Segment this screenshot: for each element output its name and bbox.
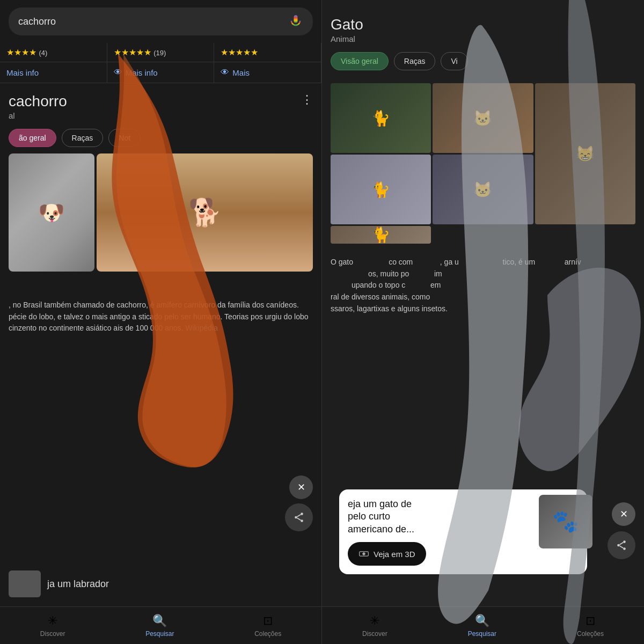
stars-3: ★★★★★: [221, 48, 258, 57]
svg-line-11: [620, 546, 624, 548]
cat-cell-1: 🐈: [331, 83, 431, 153]
entity-subtitle-right: Animal: [331, 34, 363, 43]
svg-line-10: [620, 543, 624, 545]
3d-icon: [358, 548, 369, 559]
svg-point-1: [301, 513, 303, 515]
star-count-1: (4): [39, 49, 47, 57]
pug-img-content: 🐶: [9, 153, 94, 272]
tab-vi-right[interactable]: Vi: [441, 52, 467, 70]
eye-icon-2: 👁: [221, 68, 229, 77]
tab-visao-geral-right[interactable]: Visão geral: [331, 52, 389, 70]
cat-img-4: 🐱: [433, 155, 533, 224]
nav-colecoes-left[interactable]: ⊡ Coleções: [254, 614, 281, 638]
star-count-2: (19): [153, 49, 166, 57]
sitting-dog-content: 🐕: [97, 153, 313, 272]
right-panel: Gato Animal Visão geral Raças Vi 🐈 🐱 🐈 🐱…: [322, 0, 644, 644]
tab-label-r1: Visão geral: [341, 57, 378, 65]
close-button-right[interactable]: ✕: [612, 502, 635, 526]
nav-discover-left[interactable]: ✳ Discover: [40, 614, 65, 638]
pesquisar-label-right: Pesquisar: [468, 630, 496, 638]
tab-not-left[interactable]: Not: [108, 129, 141, 147]
nav-pesquisar-right[interactable]: 🔍 Pesquisar: [468, 614, 496, 638]
colecoes-icon-left: ⊡: [263, 614, 273, 628]
tab-label-r3: Vi: [451, 57, 457, 65]
mais-info-label-3: Mais: [232, 68, 250, 77]
cat-img-5: 🐈: [331, 226, 431, 244]
close-button-left[interactable]: ✕: [289, 475, 313, 499]
close-icon-left: ✕: [297, 481, 305, 493]
share-icon-left: [293, 511, 305, 523]
mic-icon[interactable]: [288, 14, 303, 29]
veja-popup-right: eja um gato depelo curtoamericano de... …: [339, 489, 587, 574]
cat-cell-2: 🐱: [433, 83, 533, 153]
cat-desc-text: O gato co com , ga u tico, é um arnív os…: [331, 258, 581, 313]
more-options-btn[interactable]: ⋮: [301, 93, 313, 107]
entity-header-right: Gato Animal: [322, 0, 644, 48]
cat-cell-5: 🐈: [331, 226, 431, 244]
svg-line-5: [297, 518, 301, 520]
cat-img-large: 😸: [535, 83, 635, 224]
close-icon-right: ✕: [620, 508, 628, 520]
nav-colecoes-right[interactable]: ⊡ Coleções: [577, 614, 604, 638]
discover-icon-left: ✳: [48, 614, 57, 628]
dog-desc-text: , no Brasil também chamado de cachorro, …: [9, 301, 309, 332]
svg-point-3: [301, 519, 303, 522]
nav-pesquisar-left[interactable]: 🔍 Pesquisar: [145, 614, 174, 638]
svg-point-7: [623, 540, 626, 543]
cat-cell-4: 🐱: [433, 155, 533, 224]
dog-images-container: 🐶 🐕: [0, 153, 321, 293]
popup-cat-thumbnail: 🐾: [539, 495, 592, 548]
labrador-thumbnail: [9, 570, 41, 597]
bottom-nav-right: ✳ Discover 🔍 Pesquisar ⊡ Coleções: [322, 606, 644, 644]
discover-icon-right: ✳: [370, 614, 379, 628]
star-card-1: ★★★★ (4): [0, 43, 107, 62]
veja-3d-button[interactable]: Veja em 3D: [348, 542, 426, 566]
star-card-3: ★★★★★: [214, 43, 321, 62]
eye-icon-1: 👁: [114, 68, 122, 77]
cat-cell-large: 😸: [535, 83, 635, 224]
share-button-right[interactable]: [608, 531, 635, 559]
stars-1: ★★★★: [6, 48, 36, 57]
tab-racas-left[interactable]: Raças: [62, 129, 104, 147]
mais-info-btn-2[interactable]: 👁 Mais info: [107, 62, 215, 83]
share-icon-right: [616, 539, 627, 551]
tab-visao-geral-left[interactable]: ão geral: [9, 129, 56, 147]
tab-racas-right[interactable]: Raças: [394, 52, 436, 70]
tabs-row-right: Visão geral Raças Vi: [322, 48, 644, 77]
sitting-dog-image: 🐕: [97, 153, 313, 272]
pug-image: 🐶: [9, 153, 94, 272]
labrador-text: ja um labrador: [47, 579, 109, 590]
svg-line-4: [297, 515, 301, 517]
search-icon-left: 🔍: [152, 614, 167, 628]
cat-cell-3: 🐈: [331, 155, 431, 224]
dog-description: , no Brasil também chamado de cachorro, …: [0, 293, 321, 341]
entity-title-right: Gato: [331, 16, 363, 33]
colecoes-icon-right: ⊡: [586, 614, 595, 628]
mais-info-row: Mais info 👁 Mais info 👁 Mais: [0, 62, 321, 83]
mais-info-label-2: Mais info: [126, 68, 158, 77]
pesquisar-label-left: Pesquisar: [145, 630, 174, 638]
svg-point-9: [623, 547, 626, 550]
star-card-2: ★★★★★ (19): [107, 43, 215, 62]
stars-row: ★★★★ (4) ★★★★★ (19) ★★★★★: [0, 43, 321, 62]
discover-label-left: Discover: [40, 630, 65, 638]
search-bar[interactable]: cachorro: [9, 8, 313, 35]
colecoes-label-right: Coleções: [577, 630, 604, 638]
discover-label-right: Discover: [362, 630, 387, 638]
bottom-nav-left: ✳ Discover 🔍 Pesquisar ⊡ Coleções: [0, 606, 321, 644]
veja-3d-label: Veja em 3D: [374, 550, 415, 559]
tab-label-1: ão geral: [19, 134, 46, 142]
entity-subtitle-left: al: [9, 111, 67, 120]
cat-description: O gato co com , ga u tico, é um arnív os…: [322, 250, 644, 321]
mais-info-label-1: Mais info: [6, 68, 39, 77]
tab-label-3: Not: [119, 134, 130, 142]
cat-images-grid: 🐈 🐱 🐈 🐱 🐈 😸: [322, 77, 644, 250]
stars-2: ★★★★★: [114, 48, 151, 57]
tab-label-2: Raças: [72, 134, 93, 142]
left-panel: cachorro ★★★★ (4) ★★★★★ (19): [0, 0, 322, 644]
mais-info-btn-3[interactable]: 👁 Mais: [214, 62, 321, 83]
mais-info-btn-1[interactable]: Mais info: [0, 62, 107, 83]
share-button-left[interactable]: [285, 503, 313, 531]
nav-discover-right[interactable]: ✳ Discover: [362, 614, 387, 638]
wikipedia-link[interactable]: Wikipédia: [185, 324, 218, 332]
